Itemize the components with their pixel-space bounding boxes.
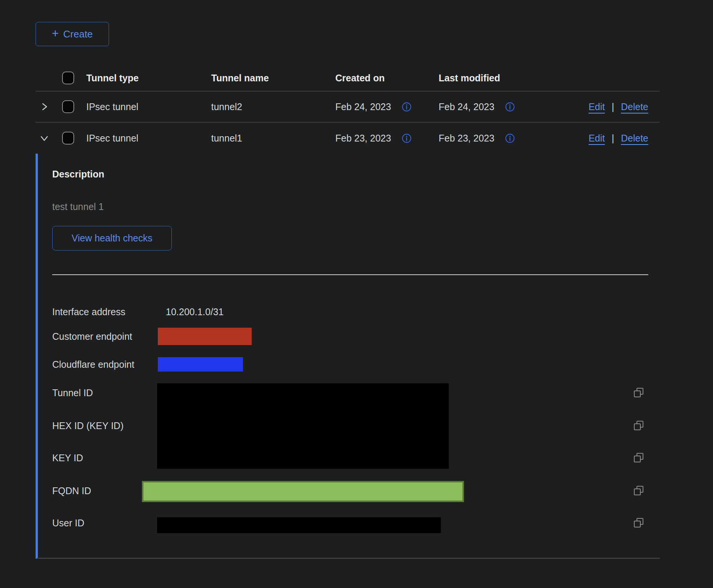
section-divider: [52, 274, 648, 275]
cell-actions: Edit | Delete: [537, 101, 660, 112]
tunnel-detail-panel: Description test tunnel 1 View health ch…: [36, 154, 660, 559]
cell-tunnel-type: IPsec tunnel: [86, 101, 211, 112]
edit-link[interactable]: Edit: [588, 133, 605, 144]
row-checkbox[interactable]: [62, 100, 74, 113]
info-icon[interactable]: [505, 102, 515, 112]
cell-created-on: Feb 23, 2023: [335, 133, 439, 144]
tunnel-id-label: Tunnel ID: [52, 387, 93, 398]
tunnel-ids-redacted-value: [157, 383, 449, 469]
header-created-on: Created on: [335, 73, 439, 84]
copy-icon[interactable]: [633, 485, 645, 496]
copy-icon[interactable]: [633, 517, 645, 529]
description-label: Description: [52, 169, 104, 180]
customer-endpoint-redacted-value: [158, 328, 252, 345]
expander-cell: [36, 133, 60, 143]
tunnels-page: + Create Tunnel type Tunnel name Created…: [0, 0, 713, 588]
customer-endpoint-label: Customer endpoint: [52, 331, 132, 342]
table-row-tunnel2: IPsec tunnel tunnel2 Feb 24, 2023 Feb 24…: [36, 92, 660, 123]
info-icon[interactable]: [402, 133, 412, 143]
action-separator: |: [612, 133, 614, 144]
table-row-tunnel1: IPsec tunnel tunnel1 Feb 23, 2023 Feb 23…: [36, 123, 660, 154]
cell-tunnel-type: IPsec tunnel: [86, 133, 211, 144]
table-header: Tunnel type Tunnel name Created on Last …: [36, 65, 660, 92]
interface-address-label: Interface address: [52, 306, 125, 317]
cell-created-on: Feb 24, 2023: [335, 101, 439, 112]
header-tunnel-type: Tunnel type: [86, 73, 211, 84]
header-tunnel-name: Tunnel name: [211, 73, 335, 84]
plus-icon: +: [52, 28, 59, 39]
cell-actions: Edit | Delete: [537, 133, 660, 144]
delete-link[interactable]: Delete: [621, 133, 648, 144]
created-date: Feb 23, 2023: [335, 133, 391, 144]
fqdn-id-label: FQDN ID: [52, 485, 91, 496]
copy-icon[interactable]: [633, 420, 645, 431]
created-date: Feb 24, 2023: [335, 101, 391, 112]
row-checkbox[interactable]: [62, 132, 74, 145]
hex-id-label: HEX ID (KEY ID): [52, 420, 123, 431]
cell-last-modified: Feb 23, 2023: [439, 133, 537, 144]
checkbox-cell: [60, 100, 86, 113]
create-button[interactable]: + Create: [36, 22, 109, 46]
cell-tunnel-name: tunnel1: [211, 133, 335, 144]
header-checkbox-cell: [60, 72, 86, 84]
cloudflare-endpoint-label: Cloudflare endpoint: [52, 359, 134, 370]
expander-cell: [36, 102, 60, 112]
select-all-checkbox[interactable]: [62, 72, 74, 84]
info-icon[interactable]: [505, 133, 515, 143]
cell-tunnel-name: tunnel2: [211, 101, 335, 112]
user-id-label: User ID: [52, 517, 84, 529]
create-button-label: Create: [63, 28, 93, 40]
checkbox-cell: [60, 132, 86, 145]
fqdn-id-redacted-value: [142, 481, 464, 502]
cloudflare-endpoint-redacted-value: [158, 357, 243, 372]
modified-date: Feb 23, 2023: [439, 133, 494, 144]
description-value: test tunnel 1: [52, 201, 104, 212]
copy-icon[interactable]: [633, 452, 645, 464]
copy-icon[interactable]: [633, 387, 645, 398]
tunnels-table: Tunnel type Tunnel name Created on Last …: [36, 65, 660, 154]
edit-link[interactable]: Edit: [588, 101, 605, 112]
header-last-modified: Last modified: [439, 73, 537, 84]
user-id-redacted-value: [157, 517, 441, 533]
delete-link[interactable]: Delete: [621, 101, 648, 112]
chevron-down-icon[interactable]: [39, 133, 49, 143]
action-separator: |: [612, 101, 614, 112]
key-id-label: KEY ID: [52, 452, 83, 464]
info-icon[interactable]: [402, 102, 412, 112]
modified-date: Feb 24, 2023: [439, 101, 494, 112]
cell-last-modified: Feb 24, 2023: [439, 101, 537, 112]
view-health-checks-button[interactable]: View health checks: [52, 226, 172, 250]
chevron-right-icon[interactable]: [39, 102, 49, 112]
interface-address-value: 10.200.1.0/31: [166, 306, 224, 317]
